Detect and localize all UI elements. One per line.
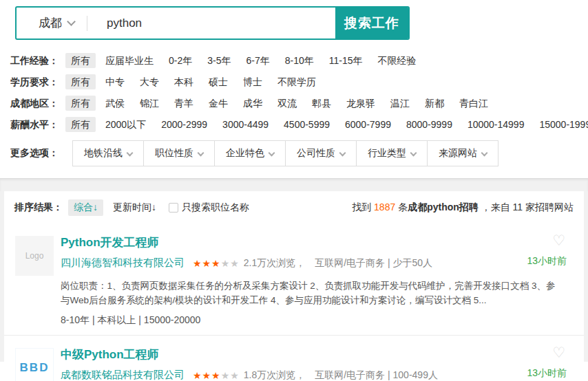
filter-label: 工作经验： (10, 55, 59, 67)
dropdown-button[interactable]: 职位性质 (143, 141, 214, 166)
filter-option[interactable]: 不限学历 (272, 74, 322, 89)
more-options-dropdowns: 地铁沿线 职位性质 企业特色 公司性质 行业类型 来源网站 (72, 140, 498, 166)
filter-label: 薪酬水平： (10, 119, 59, 131)
filter-option[interactable]: 2000以下 (100, 117, 151, 132)
summary-keyword: 成都python招聘 (408, 202, 479, 213)
search-input[interactable] (87, 8, 335, 39)
job-title-link[interactable]: Python开发工程师 (61, 235, 567, 250)
filter-options-salary: 所有2000以下2000-29993000-44994500-59996000-… (65, 119, 588, 131)
filter-option[interactable]: 15000-19999 (534, 117, 588, 132)
filter-option[interactable]: 所有 (65, 96, 96, 111)
job-main: Python开发工程师 四川海德智和科技有限公司 ★★★★★ 2.1万次浏览， … (61, 232, 567, 327)
search-section: 成都 搜索工作 (0, 0, 588, 40)
summary-suffix: 家招聘网站 (523, 202, 574, 213)
company-meta: 互联网/电子商务 | 100-499人 (315, 369, 438, 381)
filter-option[interactable]: 硕士 (203, 74, 233, 89)
city-selector[interactable]: 成都 (17, 8, 87, 39)
filter-option[interactable]: 新都 (419, 96, 450, 111)
rating-stars-filled: ★★★ (193, 370, 221, 381)
dropdown-button[interactable]: 行业类型 (356, 141, 427, 166)
title-only-checkbox-wrap[interactable]: 只搜索职位名称 (169, 202, 249, 214)
filter-option[interactable]: 所有 (65, 117, 96, 132)
filter-option[interactable]: 应届毕业生 (100, 53, 159, 68)
summary-middle: ，来自 (479, 202, 513, 213)
chevron-down-icon (269, 149, 275, 156)
filter-label: 成都地区： (10, 98, 59, 110)
filter-options-education: 所有中专大专本科硕士博士不限学历 (65, 76, 326, 89)
filter-option[interactable]: 3-5年 (202, 53, 236, 68)
dropdown-button[interactable]: 地铁沿线 (73, 141, 143, 166)
filter-option[interactable]: 博士 (238, 74, 268, 89)
filter-options-experience: 所有应届毕业生0-2年3-5年6-7年8-10年11-15年不限经验 (65, 55, 426, 67)
filter-option[interactable]: 0-2年 (163, 53, 198, 68)
filter-panel: 工作经验： 所有应届毕业生0-2年3-5年6-7年8-10年11-15年不限经验… (0, 40, 588, 166)
filter-option[interactable]: 青白江 (454, 96, 494, 111)
filter-option[interactable]: 龙泉驿 (341, 96, 381, 111)
filter-option[interactable]: 青羊 (169, 96, 199, 111)
filter-option[interactable]: 武侯 (100, 96, 130, 111)
filter-option[interactable]: 锦江 (134, 96, 165, 111)
result-count: 1887 (374, 202, 395, 213)
filter-option[interactable]: 4500-5999 (278, 117, 335, 132)
job-listing: BBD 中级Python工程师 成都数联铭品科技有限公司 ★★★★★ 1.8万次… (4, 335, 584, 381)
summary-unit: 条 (395, 202, 408, 213)
job-main: 中级Python工程师 成都数联铭品科技有限公司 ★★★★★ 1.8万次浏览， … (61, 345, 567, 381)
city-selector-label: 成都 (39, 15, 62, 31)
filter-option[interactable]: 8000-9999 (401, 117, 458, 132)
filter-row-district: 成都地区： 所有武侯锦江青羊金牛成华双流郫县龙泉驿温江新都青白江 (10, 98, 588, 110)
filter-option[interactable]: 不限经验 (372, 53, 422, 68)
sort-by-time-button[interactable]: 更新时间↓ (113, 202, 156, 214)
chevron-down-icon (339, 149, 346, 156)
chevron-down-icon (481, 149, 488, 156)
filter-option[interactable]: 中专 (100, 74, 130, 89)
filter-option[interactable]: 6-7年 (240, 53, 275, 68)
dropdown-button[interactable]: 来源网站 (427, 141, 498, 166)
job-title-link[interactable]: 中级Python工程师 (61, 347, 567, 362)
posted-time: 13小时前 (527, 255, 567, 268)
company-row: 成都数联铭品科技有限公司 ★★★★★ 1.8万次浏览， 互联网/电子商务 | 1… (61, 369, 567, 381)
filter-option[interactable]: 本科 (169, 74, 199, 89)
section-separator (0, 178, 588, 191)
filter-option[interactable]: 2000-2999 (156, 117, 213, 132)
filter-option[interactable]: 所有 (65, 53, 96, 68)
filter-option[interactable]: 成华 (238, 96, 268, 111)
rating-stars-filled: ★★★ (193, 258, 221, 269)
favorite-heart-icon[interactable]: ♡ (552, 345, 565, 360)
checkbox-label: 只搜索职位名称 (182, 202, 249, 214)
sort-label: 排序结果： (14, 202, 63, 214)
company-name-link[interactable]: 四川海德智和科技有限公司 (61, 257, 185, 270)
filter-option[interactable]: 8-10年 (280, 53, 319, 68)
filter-option[interactable]: 3000-4499 (217, 117, 274, 132)
chevron-down-icon (198, 149, 204, 156)
filter-row-education: 学历要求： 所有中专大专本科硕士博士不限学历 (10, 76, 588, 89)
filter-option[interactable]: 双流 (272, 96, 302, 111)
job-description: 岗位职责：1、负责网页数据采集任务的分析及采集方案设计 2、负责抓取功能开发与代… (61, 279, 567, 307)
dropdown-button[interactable]: 企业特色 (214, 141, 285, 166)
filter-row-more-options: 更多选项： 地铁沿线 职位性质 企业特色 公司性质 行业类型 来源网站 (10, 140, 588, 166)
filter-option[interactable]: 金牛 (203, 96, 233, 111)
job-listing: Logo Python开发工程师 四川海德智和科技有限公司 ★★★★★ 2.1万… (4, 224, 584, 335)
filter-option[interactable]: 6000-7999 (339, 117, 397, 132)
sort-comprehensive-button[interactable]: 综合↓ (68, 199, 103, 216)
chevron-down-icon (67, 17, 76, 26)
filter-option[interactable]: 大专 (134, 74, 165, 89)
filter-option[interactable]: 10000-14999 (462, 117, 530, 132)
company-logo: BBD (15, 348, 54, 381)
favorite-heart-icon[interactable]: ♡ (552, 233, 565, 248)
rating-stars-empty: ★★ (221, 370, 240, 381)
filter-label: 学历要求： (10, 76, 59, 89)
filter-option[interactable]: 郫县 (306, 96, 337, 111)
filter-row-salary: 薪酬水平： 所有2000以下2000-29993000-44994500-599… (10, 119, 588, 131)
filter-option[interactable]: 11-15年 (324, 53, 368, 68)
chevron-down-icon (410, 149, 417, 156)
filter-option[interactable]: 温江 (385, 96, 415, 111)
search-button[interactable]: 搜索工作 (335, 8, 408, 39)
dropdown-button[interactable]: 公司性质 (285, 141, 356, 166)
results-section: 排序结果： 综合↓ 更新时间↓ 只搜索职位名称 找到 1887 条成都pytho… (0, 191, 588, 362)
company-name-link[interactable]: 成都数联铭品科技有限公司 (61, 369, 185, 381)
search-bar: 成都 搜索工作 (15, 6, 410, 40)
results-card: 排序结果： 综合↓ 更新时间↓ 只搜索职位名称 找到 1887 条成都pytho… (4, 191, 584, 362)
filter-option[interactable]: 所有 (65, 74, 96, 89)
checkbox-icon[interactable] (169, 203, 178, 213)
rating-stars-empty: ★★ (221, 258, 240, 269)
